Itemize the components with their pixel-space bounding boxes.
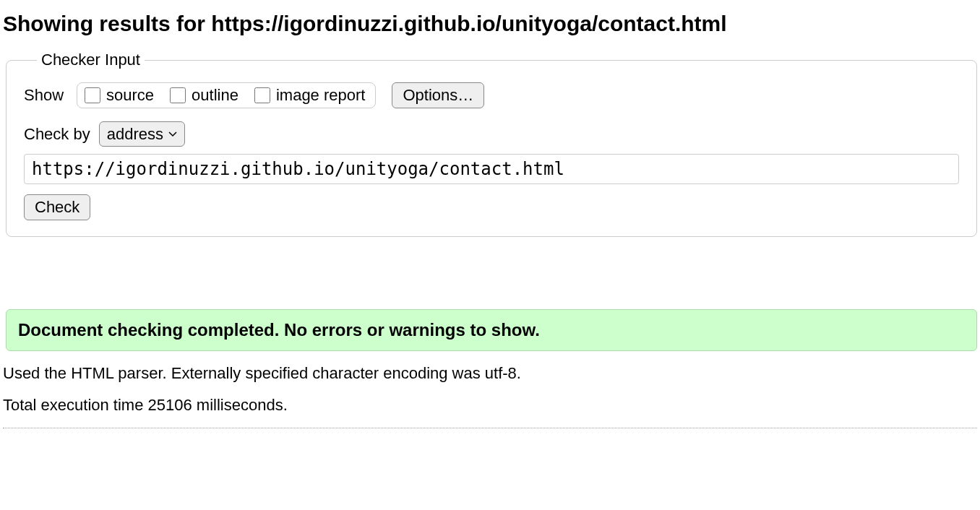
show-row: Show source outline image report Options… (24, 82, 959, 108)
image-report-checkbox-wrap[interactable]: image report (254, 86, 366, 105)
outline-checkbox-wrap[interactable]: outline (170, 86, 238, 105)
check-by-label: Check by (24, 125, 90, 144)
show-options-group: source outline image report (77, 82, 376, 108)
heading-url: https://igordinuzzi.github.io/unityoga/c… (211, 12, 726, 35)
source-checkbox-wrap[interactable]: source (85, 86, 154, 105)
image-report-checkbox[interactable] (254, 87, 270, 103)
success-banner: Document checking completed. No errors o… (6, 309, 977, 351)
url-input[interactable] (24, 154, 959, 184)
source-checkbox[interactable] (85, 87, 100, 103)
source-checkbox-label: source (106, 86, 154, 105)
check-by-row: Check by address (24, 121, 959, 147)
heading-prefix: Showing results for (3, 12, 211, 35)
check-by-select[interactable]: address (99, 121, 185, 147)
divider (3, 428, 977, 428)
parser-info: Used the HTML parser. Externally specifi… (3, 364, 977, 383)
checker-input-legend: Checker Input (37, 51, 145, 69)
outline-checkbox-label: outline (192, 86, 238, 105)
check-button[interactable]: Check (24, 194, 90, 220)
options-button[interactable]: Options… (392, 82, 484, 108)
image-report-checkbox-label: image report (276, 86, 366, 105)
execution-time: Total execution time 25106 milliseconds. (3, 396, 977, 415)
check-by-section: Check by address Check (24, 121, 959, 220)
page-title: Showing results for https://igordinuzzi.… (3, 12, 977, 36)
checker-input-fieldset: Checker Input Show source outline image … (6, 51, 977, 237)
outline-checkbox[interactable] (170, 87, 186, 103)
show-label: Show (24, 86, 64, 105)
